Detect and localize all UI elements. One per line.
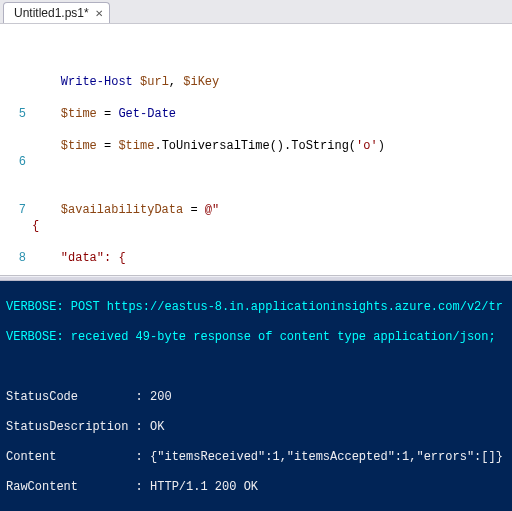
code-line	[32, 170, 512, 186]
code-line: {	[32, 218, 512, 234]
code-editor[interactable]: 5 6 7 8 9 10 11 12 13 14 15 16 17 18 19 …	[0, 24, 512, 276]
line-number: 8	[0, 250, 26, 266]
code-line: - $availabilityData = @"	[32, 202, 219, 218]
output-terminal[interactable]: VERBOSE: POST https://eastus-8.in.applic…	[0, 281, 512, 511]
tab-bar: Untitled1.ps1* ✕	[0, 0, 512, 24]
code-line: $time = Get-Date	[32, 106, 512, 122]
line-gutter: 5 6 7 8 9 10 11 12 13 14 15 16 17 18 19	[0, 24, 32, 275]
term-line: StatusDescription : OK	[6, 420, 506, 435]
verbose-line: VERBOSE: POST https://eastus-8.in.applic…	[6, 300, 506, 315]
line-number: 6	[0, 154, 26, 170]
term-line: RawContent : HTTP/1.1 200 OK	[6, 480, 506, 495]
verbose-line: VERBOSE: received 49-byte response of co…	[6, 330, 506, 345]
close-icon[interactable]: ✕	[95, 8, 103, 19]
code-area[interactable]: Write-Host $url, $iKey $time = Get-Date …	[32, 24, 512, 275]
code-line: $time = $time.ToUniversalTime().ToString…	[32, 138, 512, 154]
code-line	[32, 42, 512, 58]
line-number: 5	[0, 106, 26, 122]
code-line: Write-Host $url, $iKey	[32, 74, 512, 90]
code-line: "data": {	[32, 250, 512, 266]
line-number	[0, 58, 26, 74]
term-line: StatusCode : 200	[6, 390, 506, 405]
tab-untitled[interactable]: Untitled1.ps1* ✕	[3, 2, 110, 23]
term-line: Content : {"itemsReceived":1,"itemsAccep…	[6, 450, 506, 465]
tab-title: Untitled1.ps1*	[14, 6, 89, 20]
line-number: 7	[0, 202, 26, 218]
